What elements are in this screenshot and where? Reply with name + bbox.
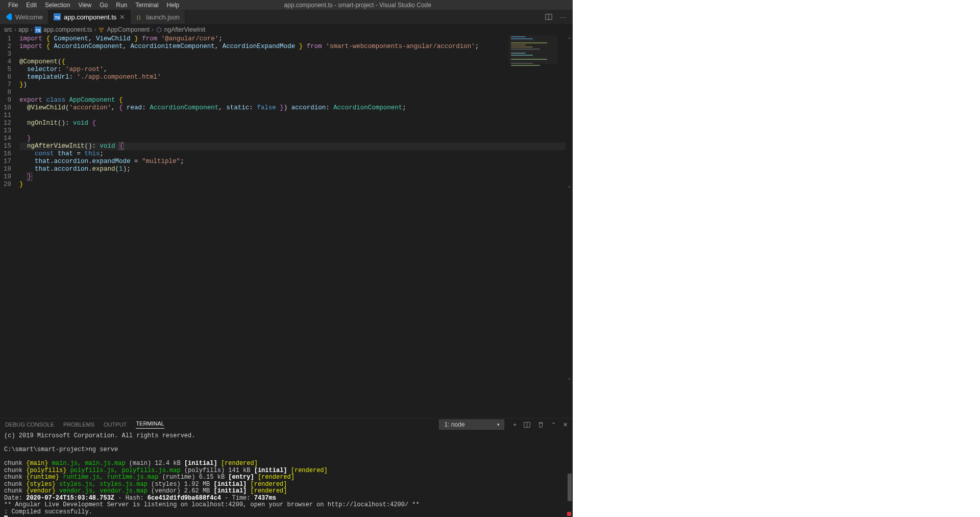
terminal-scrollbar[interactable] <box>567 431 573 517</box>
tab-launch-json[interactable]: {} launch.json <box>131 10 185 24</box>
code-line[interactable]: const that = this; <box>19 150 566 158</box>
terminal-scroll-thumb[interactable] <box>568 474 572 501</box>
menu-file[interactable]: File <box>4 2 22 9</box>
code-line[interactable]: @Component({ <box>19 58 566 66</box>
ts-icon: TS <box>54 13 61 20</box>
terminal-line: chunk {runtime} runtime.js, runtime.js.m… <box>4 474 569 481</box>
code-line[interactable]: import { Component, ViewChild } from '@a… <box>19 35 566 43</box>
new-terminal-icon[interactable]: + <box>513 421 517 428</box>
svg-text:{}: {} <box>136 14 141 20</box>
menu-view[interactable]: View <box>74 2 95 9</box>
code-line[interactable] <box>19 112 566 120</box>
menu-bar: FileEditSelectionViewGoRunTerminalHelp a… <box>0 0 573 10</box>
menu-edit[interactable]: Edit <box>22 2 41 9</box>
terminal-line: ** Angular Live Development Server is li… <box>4 502 569 509</box>
chevron-down-icon[interactable]: ⌄ <box>567 182 572 189</box>
svg-point-7 <box>100 28 101 29</box>
tab-welcome[interactable]: Welcome <box>0 10 48 24</box>
tab-label: launch.json <box>146 13 180 21</box>
vscode-icon <box>5 13 12 20</box>
window-title: app.component.ts - smart-project - Visua… <box>183 2 532 9</box>
terminal-line: Date: 2020-07-24T15:03:48.753Z - Hash: 6… <box>4 495 569 502</box>
code-editor[interactable]: 1234567891011121314151617181920 import {… <box>0 35 566 418</box>
code-line[interactable]: templateUrl: './app.component.html' <box>19 74 566 81</box>
svg-point-8 <box>102 28 104 29</box>
method-icon <box>156 27 162 33</box>
minimap[interactable] <box>509 35 557 64</box>
more-icon[interactable]: ··· <box>559 13 567 21</box>
panel-tab-debug[interactable]: DEBUG CONSOLE <box>5 421 54 428</box>
terminal-error-indicator <box>567 512 571 516</box>
json-icon: {} <box>136 13 143 20</box>
menu-selection[interactable]: Selection <box>41 2 74 9</box>
code-line[interactable]: } <box>19 135 566 143</box>
kill-terminal-icon[interactable] <box>537 421 544 428</box>
breadcrumb-method[interactable]: ngAfterViewInit <box>156 26 206 33</box>
code-line[interactable]: that.accordion.expandMode = "multiple"; <box>19 158 566 166</box>
terminal-line: chunk {vendor} vendor.js, vendor.js.map … <box>4 488 569 495</box>
svg-text:TS: TS <box>55 15 60 20</box>
code-line[interactable]: } <box>19 173 566 181</box>
breadcrumb-app[interactable]: app <box>18 26 29 33</box>
tab-bar: Welcome TS app.component.ts ✕ {} launch.… <box>0 10 573 24</box>
terminal-select[interactable]: 1: node ▾ <box>439 419 504 430</box>
close-icon[interactable]: ✕ <box>563 421 568 428</box>
code-line[interactable] <box>19 89 566 97</box>
code-line[interactable]: export class AppComponent { <box>19 97 566 104</box>
terminal-line: chunk {styles} styles.js, styles.js.map … <box>4 481 569 488</box>
terminal-line <box>4 454 569 461</box>
breadcrumb-src[interactable]: src <box>4 26 12 33</box>
line-gutter: 1234567891011121314151617181920 <box>0 35 19 418</box>
chevron-down-icon[interactable]: ⌄ <box>567 35 572 40</box>
breadcrumb-class[interactable]: AppComponent <box>98 26 149 33</box>
menu-help[interactable]: Help <box>163 2 184 9</box>
menu-terminal[interactable]: Terminal <box>131 2 162 9</box>
terminal-line: chunk {polyfills} polyfills.js, polyfill… <box>4 467 569 475</box>
blank-area <box>573 0 980 517</box>
terminal-body[interactable]: (c) 2019 Microsoft Corporation. All righ… <box>0 431 573 517</box>
tab-label: Welcome <box>15 13 43 21</box>
terminal-line: chunk {main} main.js, main.js.map (main)… <box>4 460 569 467</box>
svg-text:TS: TS <box>36 28 40 32</box>
code-line[interactable]: import { AccordionComponent, Accordionit… <box>19 43 566 51</box>
panel-tab-output[interactable]: OUTPUT <box>104 421 127 428</box>
code-line[interactable]: } <box>19 181 566 189</box>
panel-tab-terminal[interactable]: TERMINAL <box>136 420 164 429</box>
svg-point-9 <box>101 30 102 32</box>
code-line[interactable]: that.accordion.expand(1); <box>19 166 566 173</box>
terminal-line <box>4 440 569 447</box>
ts-icon: TS <box>35 27 41 33</box>
breadcrumb-file[interactable]: TS app.component.ts <box>35 26 92 33</box>
code-line[interactable]: ngOnInit(): void { <box>19 120 566 127</box>
menu-run[interactable]: Run <box>112 2 131 9</box>
code-line[interactable]: @ViewChild('accordion', { read: Accordio… <box>19 104 566 112</box>
chevron-down-icon: ▾ <box>497 422 500 427</box>
code-line[interactable] <box>19 127 566 135</box>
close-icon[interactable]: ✕ <box>119 13 125 21</box>
breadcrumb[interactable]: src › app › TS app.component.ts › AppCom… <box>0 24 573 35</box>
tab-label: app.component.ts <box>64 13 116 21</box>
bottom-panel: DEBUG CONSOLE PROBLEMS OUTPUT TERMINAL 1… <box>0 418 573 517</box>
menu-go[interactable]: Go <box>95 2 112 9</box>
terminal-line: C:\smart\smart-project>ng serve <box>4 447 569 454</box>
chevron-down-icon[interactable]: ⌄ <box>567 374 572 381</box>
tab-app-component[interactable]: TS app.component.ts ✕ <box>48 10 131 24</box>
code-content[interactable]: import { Component, ViewChild } from '@a… <box>19 35 566 418</box>
terminal-line: : Compiled successfully. <box>4 509 569 516</box>
terminal-line: (c) 2019 Microsoft Corporation. All righ… <box>4 433 569 440</box>
code-line[interactable]: selector: 'app-root', <box>19 66 566 74</box>
split-terminal-icon[interactable] <box>524 421 530 428</box>
code-line[interactable] <box>19 51 566 58</box>
panel-tab-problems[interactable]: PROBLEMS <box>63 421 94 428</box>
chevron-up-icon[interactable]: ⌃ <box>551 421 556 428</box>
code-line[interactable]: }) <box>19 81 566 89</box>
split-editor-icon[interactable] <box>545 13 552 20</box>
code-line[interactable]: ngAfterViewInit(): void { <box>19 143 566 150</box>
class-icon <box>98 27 105 33</box>
